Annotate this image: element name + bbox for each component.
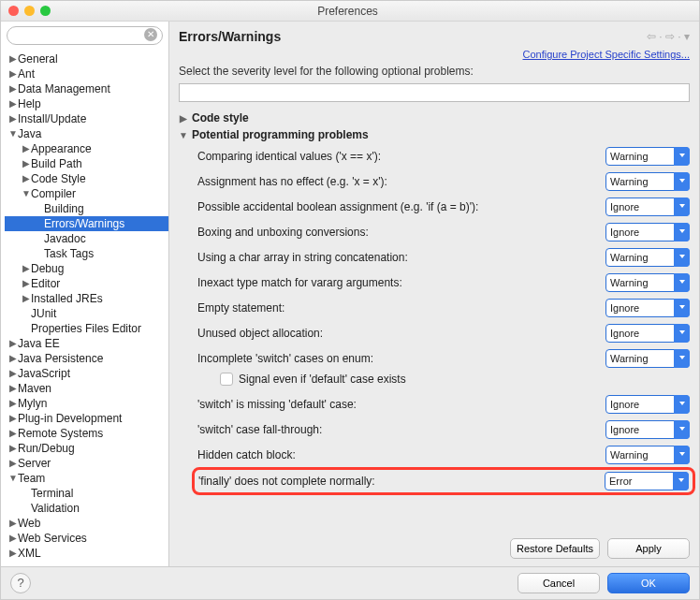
chevron-right-icon: ▶ bbox=[22, 261, 31, 276]
tree-node-label: Javadoc bbox=[44, 231, 86, 246]
tree-node[interactable]: ▼Compiler bbox=[5, 186, 168, 201]
configure-project-link[interactable]: Configure Project Specific Settings... bbox=[522, 49, 690, 60]
clear-search-icon[interactable]: ✕ bbox=[144, 28, 157, 41]
tree-node[interactable]: Task Tags bbox=[5, 246, 168, 261]
tree-node[interactable]: ▶Installed JREs bbox=[5, 291, 168, 306]
severity-select[interactable]: ErrorWarningIgnore bbox=[605, 395, 690, 414]
tree-node-label: Web bbox=[18, 516, 40, 531]
setting-label: Comparing identical values ('x == x'): bbox=[197, 150, 605, 163]
tree-node[interactable]: ▶XML bbox=[5, 546, 168, 561]
severity-select[interactable]: ErrorWarningIgnore bbox=[605, 324, 690, 343]
tree-node-label: Web Services bbox=[18, 531, 87, 546]
checkbox-icon[interactable] bbox=[220, 373, 233, 386]
severity-select[interactable]: ErrorWarningIgnore bbox=[605, 273, 690, 292]
tree-node-label: Task Tags bbox=[44, 246, 94, 261]
setting-row: Inexact type match for vararg arguments:… bbox=[197, 270, 690, 295]
severity-select[interactable]: ErrorWarningIgnore bbox=[605, 172, 690, 191]
severity-select[interactable]: ErrorWarningIgnore bbox=[605, 446, 690, 464]
tree-node[interactable]: ▶Remote Systems bbox=[5, 426, 168, 441]
tree-node[interactable]: ▶JavaScript bbox=[5, 366, 168, 381]
page-title: Errors/Warnings bbox=[179, 29, 647, 44]
chevron-right-icon: ▶ bbox=[8, 456, 18, 471]
tree-node[interactable]: ▶Run/Debug bbox=[5, 441, 168, 456]
help-icon[interactable]: ? bbox=[10, 573, 31, 593]
chevron-right-icon: ▶ bbox=[8, 531, 18, 546]
chevron-right-icon: ▶ bbox=[8, 411, 18, 426]
severity-select[interactable]: ErrorWarningIgnore bbox=[605, 223, 690, 241]
restore-defaults-button[interactable]: Restore Defaults bbox=[510, 538, 600, 559]
setting-label: Possible accidental boolean assignment (… bbox=[197, 200, 605, 213]
tree-node[interactable]: Terminal bbox=[5, 486, 168, 501]
checkbox-row[interactable]: Signal even if 'default' case exists bbox=[197, 371, 690, 391]
sidebar: ✕ ▶General▶Ant▶Data Management▶Help▶Inst… bbox=[1, 22, 169, 566]
tree-node[interactable]: Javadoc bbox=[5, 231, 168, 246]
preference-tree[interactable]: ▶General▶Ant▶Data Management▶Help▶Instal… bbox=[1, 50, 168, 566]
tree-node[interactable]: ▶Plug-in Development bbox=[5, 411, 168, 426]
apply-button[interactable]: Apply bbox=[607, 538, 690, 559]
close-icon[interactable] bbox=[8, 6, 19, 16]
tree-node[interactable]: ▶Debug bbox=[5, 261, 168, 276]
chevron-right-icon: ▶ bbox=[8, 81, 18, 96]
tree-node[interactable]: ▶Java EE bbox=[5, 336, 168, 351]
severity-select[interactable]: ErrorWarningIgnore bbox=[605, 147, 690, 166]
tree-node-label: Run/Debug bbox=[18, 441, 75, 456]
preferences-window: Preferences ✕ ▶General▶Ant▶Data Manageme… bbox=[0, 0, 700, 600]
tree-node[interactable]: ▶Data Management bbox=[5, 81, 168, 96]
setting-row: Hidden catch block:ErrorWarningIgnore bbox=[197, 442, 690, 467]
chevron-right-icon: ▶ bbox=[8, 366, 18, 381]
chevron-right-icon: ▶ bbox=[8, 336, 18, 351]
ok-button[interactable]: OK bbox=[607, 573, 690, 593]
tree-node[interactable]: ▶Code Style bbox=[5, 171, 168, 186]
tree-node[interactable]: ▶Install/Update bbox=[5, 111, 168, 126]
severity-select[interactable]: ErrorWarningIgnore bbox=[605, 349, 690, 368]
severity-select[interactable]: ErrorWarningIgnore bbox=[605, 472, 689, 490]
chevron-down-icon: ▼ bbox=[8, 471, 18, 486]
severity-select[interactable]: ErrorWarningIgnore bbox=[605, 420, 690, 439]
tree-node[interactable]: ▼Java bbox=[5, 126, 168, 141]
search-input[interactable] bbox=[7, 26, 163, 45]
tree-node[interactable]: ▶Help bbox=[5, 96, 168, 111]
tree-node[interactable]: ▶Web bbox=[5, 516, 168, 531]
tree-node[interactable]: ▶Java Persistence bbox=[5, 351, 168, 366]
tree-node[interactable]: ▶Mylyn bbox=[5, 396, 168, 411]
tree-node[interactable]: ▶General bbox=[5, 51, 168, 66]
tree-node-label: Editor bbox=[31, 276, 60, 291]
setting-label: Empty statement: bbox=[197, 301, 605, 315]
severity-select[interactable]: ErrorWarningIgnore bbox=[605, 248, 690, 267]
zoom-icon[interactable] bbox=[40, 6, 51, 16]
tree-node[interactable]: ▶Build Path bbox=[5, 156, 168, 171]
tree-node[interactable]: ▶Server bbox=[5, 456, 168, 471]
tree-node[interactable]: ▶Appearance bbox=[5, 141, 168, 156]
tree-node-label: Building bbox=[44, 201, 84, 216]
chevron-right-icon: ▶ bbox=[8, 351, 18, 366]
tree-node-label: Debug bbox=[31, 261, 64, 276]
chevron-right-icon: ▶ bbox=[8, 546, 18, 561]
setting-row: Possible accidental boolean assignment (… bbox=[197, 194, 690, 219]
tree-node[interactable]: ▼Team bbox=[5, 471, 168, 486]
minimize-icon[interactable] bbox=[24, 6, 35, 16]
chevron-right-icon: ▶ bbox=[8, 51, 18, 66]
tree-node[interactable]: ▶Web Services bbox=[5, 531, 168, 546]
severity-select[interactable]: ErrorWarningIgnore bbox=[605, 299, 690, 317]
tree-node[interactable]: ▶Maven bbox=[5, 381, 168, 396]
chevron-right-icon: ▶ bbox=[8, 441, 18, 456]
cancel-button[interactable]: Cancel bbox=[518, 573, 600, 593]
group-potential-problems[interactable]: ▼ Potential programming problems bbox=[169, 126, 699, 143]
setting-label: Assignment has no effect (e.g. 'x = x'): bbox=[197, 175, 605, 188]
tree-node[interactable]: ▶Editor bbox=[5, 276, 168, 291]
tree-node[interactable]: JUnit bbox=[5, 306, 168, 321]
tree-node[interactable]: Properties Files Editor bbox=[5, 321, 168, 336]
group-code-style[interactable]: ▶ Code style bbox=[169, 110, 699, 126]
severity-select[interactable]: ErrorWarningIgnore bbox=[605, 198, 690, 216]
tree-node[interactable]: Errors/Warnings bbox=[5, 216, 168, 231]
setting-row: Using a char array in string concatenati… bbox=[197, 244, 690, 270]
chevron-right-icon: ▶ bbox=[8, 426, 18, 441]
nav-history[interactable]: ⇦ · ⇨ · ▾ bbox=[647, 30, 690, 43]
setting-label: Inexact type match for vararg arguments: bbox=[197, 276, 605, 289]
tree-node[interactable]: Validation bbox=[5, 501, 168, 516]
filter-input[interactable] bbox=[179, 83, 690, 102]
chevron-right-icon: ▶ bbox=[8, 96, 18, 111]
tree-node[interactable]: ▶Ant bbox=[5, 66, 168, 81]
tree-node[interactable]: Building bbox=[5, 201, 168, 216]
chevron-right-icon: ▶ bbox=[8, 381, 18, 396]
